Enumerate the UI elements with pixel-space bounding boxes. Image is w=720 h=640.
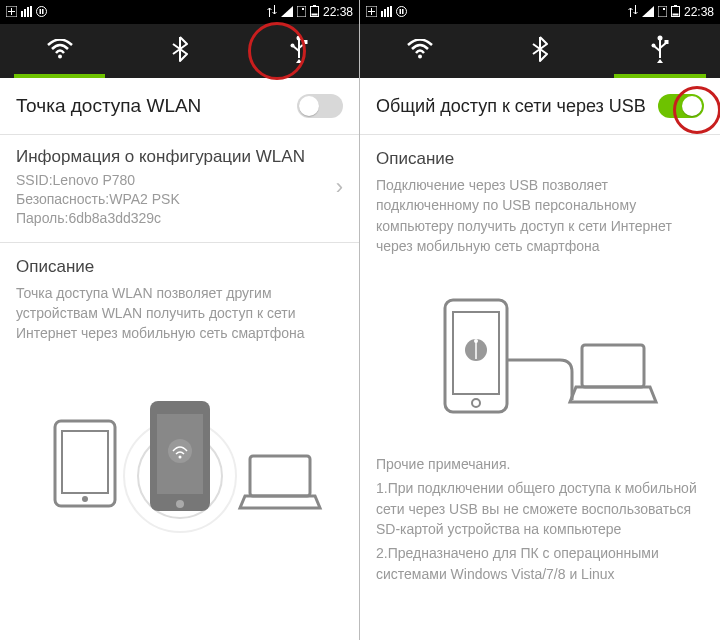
usb-icon xyxy=(650,35,670,67)
svg-rect-5 xyxy=(27,7,29,17)
svg-rect-38 xyxy=(390,6,392,17)
svg-point-54 xyxy=(472,399,480,407)
svg-rect-51 xyxy=(665,40,669,44)
usb-icon xyxy=(289,35,309,67)
battery-icon xyxy=(310,5,319,19)
status-time: 22:38 xyxy=(684,5,714,19)
status-bar: 22:38 xyxy=(0,0,359,24)
svg-rect-3 xyxy=(21,11,23,17)
wifi-icon xyxy=(407,39,433,63)
illustration-usb xyxy=(360,270,720,450)
description-block: Описание Точка доступа WLAN позволяет др… xyxy=(0,243,359,358)
svg-rect-9 xyxy=(42,9,44,14)
pane-right: 22:38 xyxy=(360,0,720,640)
plus-icon xyxy=(366,6,377,19)
config-ssid: SSID:Lenovo P780 xyxy=(16,171,336,190)
svg-rect-40 xyxy=(400,9,402,14)
battery-icon xyxy=(671,5,680,19)
data-icon xyxy=(267,5,277,19)
header-row: Точка доступа WLAN xyxy=(0,78,359,134)
chevron-right-icon: › xyxy=(336,174,343,200)
notes-line-1: 1.При подключении общего доступа к мобил… xyxy=(376,478,704,539)
data-icon xyxy=(628,5,638,19)
config-title: Информация о конфигурации WLAN xyxy=(16,147,336,167)
signal-icon xyxy=(281,6,293,19)
usb-tether-toggle[interactable] xyxy=(658,94,704,118)
tab-usb[interactable] xyxy=(239,24,359,78)
svg-rect-43 xyxy=(663,8,665,10)
svg-point-29 xyxy=(168,439,192,463)
svg-rect-6 xyxy=(30,6,32,17)
tab-wifi[interactable] xyxy=(0,24,120,78)
bars-icon xyxy=(21,6,32,19)
config-password: Пароль:6db8a3dd329c xyxy=(16,209,336,228)
signal-icon xyxy=(642,6,654,19)
pause-icon xyxy=(396,6,407,19)
plus-icon xyxy=(6,6,17,19)
svg-rect-21 xyxy=(62,431,108,493)
bluetooth-icon xyxy=(532,36,548,66)
svg-rect-36 xyxy=(384,9,386,17)
svg-rect-31 xyxy=(250,456,310,496)
svg-rect-58 xyxy=(582,345,644,387)
desc-body: Подключение через USB позволяет подключе… xyxy=(376,175,704,256)
desc-title: Описание xyxy=(16,257,343,277)
svg-rect-8 xyxy=(40,9,42,14)
svg-point-39 xyxy=(397,6,407,16)
svg-point-57 xyxy=(474,339,478,343)
svg-rect-10 xyxy=(297,6,306,17)
desc-body: Точка доступа WLAN позволяет другим устр… xyxy=(16,283,343,344)
notes-title: Прочие примечания. xyxy=(376,454,704,474)
notes-line-2: 2.Предназначено для ПК с операционными с… xyxy=(376,543,704,584)
tab-bluetooth[interactable] xyxy=(480,24,600,78)
tab-wifi[interactable] xyxy=(360,24,480,78)
tab-bar xyxy=(0,24,359,78)
tab-bluetooth[interactable] xyxy=(120,24,240,78)
svg-rect-46 xyxy=(672,14,678,16)
tab-bar xyxy=(360,24,720,78)
sim-icon xyxy=(658,6,667,19)
svg-point-18 xyxy=(291,44,295,48)
svg-rect-42 xyxy=(658,6,667,17)
description-block: Описание Подключение через USB позволяет… xyxy=(360,135,720,270)
config-security: Безопасность:WPA2 PSK xyxy=(16,190,336,209)
pane-left: 22:38 xyxy=(0,0,360,640)
status-bar: 22:38 xyxy=(360,0,720,24)
svg-point-7 xyxy=(37,6,47,16)
svg-rect-19 xyxy=(304,40,308,44)
svg-point-47 xyxy=(418,55,422,59)
header-row: Общий доступ к сети через USB xyxy=(360,78,720,134)
svg-rect-11 xyxy=(302,8,304,10)
svg-rect-35 xyxy=(381,11,383,17)
svg-rect-4 xyxy=(24,9,26,17)
svg-point-22 xyxy=(82,496,88,502)
tab-usb[interactable] xyxy=(600,24,720,78)
wlan-toggle[interactable] xyxy=(297,94,343,118)
config-row[interactable]: Информация о конфигурации WLAN SSID:Leno… xyxy=(0,135,359,242)
tab-indicator xyxy=(614,74,705,78)
sim-icon xyxy=(297,6,306,19)
svg-point-28 xyxy=(176,500,184,508)
status-time: 22:38 xyxy=(323,5,353,19)
notes-block: Прочие примечания. 1.При подключении общ… xyxy=(360,450,720,598)
setting-title: Общий доступ к сети через USB xyxy=(376,96,658,117)
svg-point-48 xyxy=(658,36,663,41)
tab-indicator xyxy=(14,74,105,78)
setting-title: Точка доступа WLAN xyxy=(16,95,297,117)
svg-point-50 xyxy=(652,44,656,48)
desc-title: Описание xyxy=(376,149,704,169)
svg-rect-41 xyxy=(402,9,404,14)
pause-icon xyxy=(36,6,47,19)
illustration-wlan xyxy=(0,358,359,560)
svg-point-15 xyxy=(58,55,62,59)
svg-point-30 xyxy=(178,455,181,458)
wifi-icon xyxy=(47,39,73,63)
svg-rect-37 xyxy=(387,7,389,17)
svg-point-16 xyxy=(297,36,302,41)
svg-rect-14 xyxy=(311,14,317,16)
bluetooth-icon xyxy=(172,36,188,66)
bars-icon xyxy=(381,6,392,19)
